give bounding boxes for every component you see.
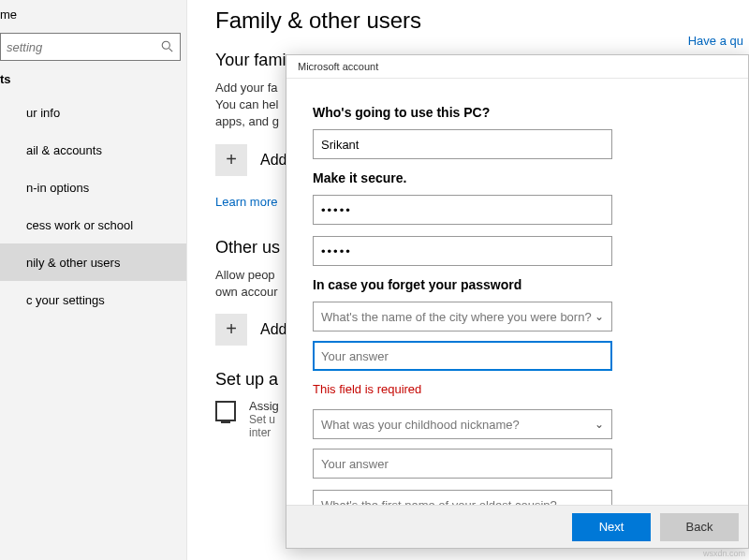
- settings-sidebar: me ts ur info ail & accounts n-in option…: [0, 0, 187, 560]
- security-answer-2-input[interactable]: [313, 449, 612, 479]
- nav-label: ur info: [26, 106, 60, 120]
- chevron-down-icon: ⌄: [595, 310, 604, 323]
- mail-icon: [0, 142, 15, 157]
- search-wrapper: [0, 33, 181, 61]
- monitor-icon: [215, 401, 236, 421]
- confirm-password-input[interactable]: [313, 236, 612, 266]
- assign-sub1: Set u: [249, 413, 279, 426]
- security-answer-1-input[interactable]: [313, 341, 612, 371]
- assign-text: Assig Set u inter: [249, 399, 279, 439]
- select-value: What was your childhood nickname?: [321, 418, 520, 432]
- sidebar-item-family-users[interactable]: nily & other users: [0, 243, 186, 281]
- chevron-down-icon: ⌄: [595, 418, 604, 431]
- assign-title: Assig: [249, 399, 279, 413]
- next-button[interactable]: Next: [572, 513, 651, 541]
- sync-icon: [0, 292, 15, 307]
- username-label: Who's going to use this PC?: [313, 105, 722, 120]
- learn-more-link[interactable]: Learn more: [215, 195, 277, 209]
- validation-error: This field is required: [313, 382, 722, 396]
- sidebar-item-sync-settings[interactable]: c your settings: [0, 281, 186, 318]
- nav-label: c your settings: [26, 293, 105, 307]
- briefcase-icon: [0, 217, 15, 232]
- select-value: What's the name of the city where you we…: [321, 310, 592, 324]
- dialog-title: Microsoft account: [286, 55, 748, 79]
- nav-label: ail & accounts: [26, 143, 102, 157]
- security-question-1-select[interactable]: What's the name of the city where you we…: [313, 302, 612, 332]
- have-question-link[interactable]: Have a qu: [688, 34, 743, 48]
- nav-label: n-in options: [26, 181, 89, 195]
- username-input[interactable]: [313, 129, 612, 159]
- plus-icon: +: [215, 314, 247, 346]
- sidebar-section-header: ts: [0, 72, 186, 86]
- sidebar-item-email-accounts[interactable]: ail & accounts: [0, 131, 186, 169]
- page-title: Family & other users: [215, 7, 749, 34]
- dialog-footer: Next Back: [286, 505, 748, 548]
- password-input[interactable]: [313, 195, 612, 225]
- people-icon: [0, 255, 15, 270]
- add-other-label: Add: [260, 321, 286, 338]
- home-link[interactable]: me: [0, 0, 186, 27]
- password-label: Make it secure.: [313, 170, 722, 185]
- sidebar-item-your-info[interactable]: ur info: [0, 94, 186, 131]
- dialog-body: Who's going to use this PC? Make it secu…: [286, 79, 748, 520]
- search-input[interactable]: [0, 33, 181, 61]
- security-question-label: In case you forget your password: [313, 277, 722, 292]
- sidebar-item-signin-options[interactable]: n-in options: [0, 169, 186, 206]
- assign-sub2: inter: [249, 426, 279, 439]
- sidebar-item-work-school[interactable]: cess work or school: [0, 206, 186, 243]
- security-question-2-select[interactable]: What was your childhood nickname? ⌄: [313, 409, 612, 439]
- watermark: wsxdn.com: [703, 549, 745, 558]
- back-button[interactable]: Back: [660, 513, 739, 541]
- nav-label: nily & other users: [26, 256, 120, 270]
- microsoft-account-dialog: Microsoft account Who's going to use thi…: [286, 54, 749, 549]
- nav-label: cess work or school: [26, 218, 133, 232]
- home-label: me: [0, 7, 17, 22]
- key-icon: [0, 180, 15, 195]
- info-icon: [0, 105, 15, 120]
- add-family-label: Add: [260, 152, 286, 169]
- plus-icon: +: [215, 144, 247, 176]
